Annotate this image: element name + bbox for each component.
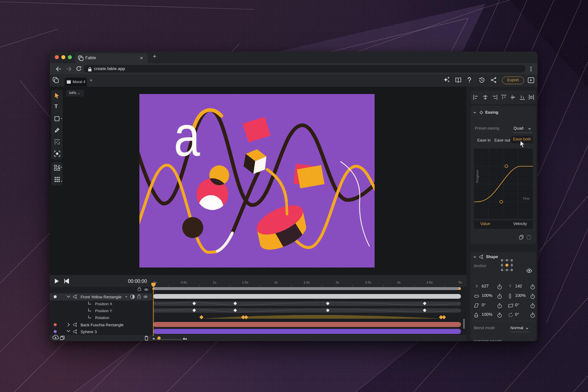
svg-text:Back Fuschia Rectangle: Back Fuschia Rectangle — [81, 323, 124, 327]
svg-text:5s: 5s — [458, 281, 462, 284]
svg-text:4s: 4s — [397, 281, 401, 284]
svg-text:Position X: Position X — [95, 302, 112, 306]
svg-text:4.5s: 4.5s — [426, 281, 433, 284]
svg-text:Front Yellow Rectangle: Front Yellow Rectangle — [81, 295, 122, 299]
svg-text:2.5s: 2.5s — [303, 281, 310, 284]
svg-text:3s: 3s — [336, 281, 339, 284]
svg-text:Rotation: Rotation — [95, 316, 109, 320]
svg-text:0.5s: 0.5s — [181, 281, 187, 284]
svg-text:Position Y: Position Y — [95, 309, 112, 313]
svg-text:00:00:00: 00:00:00 — [128, 278, 147, 284]
svg-text:1s: 1s — [213, 281, 216, 284]
svg-text:3.5s: 3.5s — [365, 281, 372, 284]
svg-text:Sphere 3: Sphere 3 — [81, 330, 97, 334]
svg-text:Time: Time — [523, 197, 530, 200]
svg-text:a: a — [174, 104, 200, 168]
svg-text:2s: 2s — [274, 281, 278, 284]
svg-text:1.5s: 1.5s — [242, 281, 249, 284]
svg-text:Progress: Progress — [475, 170, 479, 183]
